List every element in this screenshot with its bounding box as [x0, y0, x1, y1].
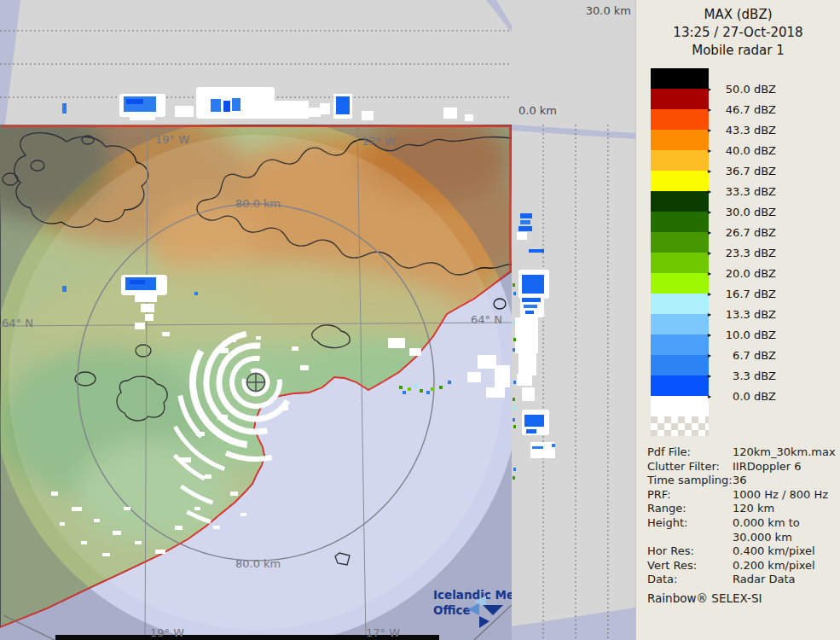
- scale-label-row: ▸ 3.3 dBZ: [708, 365, 776, 386]
- scale-color-block: [651, 191, 709, 212]
- scale-threshold-label: 6.7 dBZ: [716, 349, 776, 362]
- lat-label: 64° N: [471, 313, 502, 326]
- scale-label-row: ▸ 20.0 dBZ: [708, 263, 776, 283]
- scale-color-block: [651, 150, 709, 171]
- scale-threshold-label: 43.3 dBZ: [716, 124, 776, 137]
- metadata-value: 0.000 km to: [733, 516, 837, 531]
- color-scale-column: [651, 68, 709, 436]
- metadata-row: Pdf File: 120km_30km.max: [647, 445, 837, 460]
- scale-label-row: ▸ 23.3 dBZ: [708, 242, 776, 263]
- metadata-value: 120 km: [733, 502, 837, 516]
- scale-label-row: ▸ 43.3 dBZ: [708, 119, 776, 140]
- scale-threshold-label: 40.0 dBZ: [716, 144, 776, 157]
- scale-color-block: [651, 294, 709, 314]
- boundary-arrow-icon: ▸: [708, 249, 716, 257]
- scale-label-row: ▸ 36.7 dBZ: [708, 160, 776, 181]
- metadata-value: 36: [733, 474, 837, 488]
- boundary-arrow-icon: ▸: [708, 229, 716, 236]
- metadata-label: Clutter Filter:: [647, 460, 733, 474]
- boundary-arrow-icon: ▸: [708, 393, 716, 400]
- scale-label-row: ▸ 46.7 dBZ: [708, 99, 776, 119]
- scale-color-block: [651, 68, 709, 89]
- metadata-row: Hor Res: 0.400 km/pixel: [647, 544, 837, 559]
- top-height-profile-strip[interactable]: [0, 0, 512, 125]
- radar-name: Mobile radar 1: [636, 42, 840, 60]
- boundary-arrow-icon: ▸: [708, 331, 716, 339]
- right-profile-canvas: [512, 125, 635, 640]
- scale-color-block: [651, 253, 709, 273]
- metadata-value: 120km_30km.max: [733, 445, 837, 460]
- scale-color-block: [651, 171, 709, 191]
- boundary-arrow-icon: ▸: [708, 85, 716, 93]
- color-scale-labels: ▸ 50.0 dBZ ▸ 46.7 dBZ ▸ 43.3 dBZ ▸: [708, 79, 776, 406]
- color-scale-blocks: [651, 68, 709, 396]
- right-height-profile-strip[interactable]: [512, 125, 635, 640]
- metadata-row: 30.000 km: [647, 531, 837, 545]
- metadata-label: Range:: [647, 502, 733, 516]
- software-brand: Rainbow® SELEX-SI: [647, 591, 762, 605]
- metadata-row: Time sampling: 36: [647, 474, 837, 488]
- legend-sidebar: MAX (dBZ) 13:25 / 27-Oct-2018 Mobile rad…: [635, 0, 840, 640]
- boundary-arrow-icon: ▸: [708, 352, 716, 359]
- scale-threshold-label: 23.3 dBZ: [716, 247, 776, 259]
- metadata-label: Time sampling:: [647, 474, 733, 488]
- scale-label-row: ▸ 33.3 dBZ: [708, 181, 776, 201]
- logo-text-line2: Office: [433, 603, 471, 617]
- metadata-row: Vert Res: 0.200 km/pixel: [647, 559, 837, 573]
- scale-threshold-label: 33.3 dBZ: [716, 185, 776, 198]
- boundary-arrow-icon: ▸: [708, 208, 716, 216]
- product-title: MAX (dBZ): [636, 6, 840, 24]
- scale-threshold-label: 36.7 dBZ: [716, 165, 776, 177]
- metadata-label: PRF:: [647, 488, 733, 503]
- logo-text-line1: Icelandic Met: [433, 588, 512, 602]
- scale-threshold-label: 20.0 dBZ: [716, 267, 776, 280]
- scale-label-row: ▸ 0.0 dBZ: [708, 386, 776, 406]
- boundary-arrow-icon: ▸: [708, 147, 716, 154]
- metadata-label: [647, 531, 733, 545]
- metadata-label: Vert Res:: [647, 559, 733, 573]
- scale-label-row: ▸ 10.0 dBZ: [708, 324, 776, 345]
- scale-label-row: ▸ 13.3 dBZ: [708, 304, 776, 324]
- scale-color-block: [651, 355, 709, 375]
- metadata-value: Radar Data: [733, 573, 837, 587]
- height-axis-min-label: 0.0 km: [518, 104, 557, 117]
- metadata-row: Height: 0.000 km to: [647, 516, 837, 531]
- scale-color-block: [651, 273, 709, 294]
- radar-map-view[interactable]: 19° W 17° W 19° W 17° W 64° N 64° N 80.0…: [0, 125, 512, 640]
- range-ring-label: 80.0 km: [235, 557, 281, 570]
- scale-threshold-label: 13.3 dBZ: [716, 308, 776, 321]
- boundary-arrow-icon: ▸: [708, 126, 716, 134]
- scale-color-block: [651, 212, 709, 232]
- scale-color-block: [651, 375, 709, 396]
- scale-white-block: [651, 396, 709, 416]
- scale-threshold-label: 0.0 dBZ: [716, 390, 776, 403]
- metadata-value: 0.200 km/pixel: [733, 559, 837, 573]
- scale-label-row: ▸ 26.7 dBZ: [708, 222, 776, 242]
- product-metadata: Pdf File: 120km_30km.max Clutter Filter:…: [647, 445, 837, 587]
- metadata-value: 30.000 km: [733, 531, 837, 545]
- metadata-row: Data: Radar Data: [647, 573, 837, 587]
- scale-threshold-label: 30.0 dBZ: [716, 206, 776, 218]
- metadata-label: Hor Res:: [647, 544, 733, 559]
- boundary-arrow-icon: ▸: [708, 311, 716, 318]
- scale-color-block: [651, 89, 709, 109]
- scale-color-block: [651, 335, 709, 355]
- metadata-value: 0.400 km/pixel: [733, 544, 837, 559]
- boundary-arrow-icon: ▸: [708, 290, 716, 298]
- scale-threshold-label: 3.3 dBZ: [716, 369, 776, 382]
- boundary-arrow-icon: ▸: [708, 270, 716, 277]
- scale-label-row: ▸ 50.0 dBZ: [708, 79, 776, 99]
- metadata-label: Pdf File:: [647, 445, 733, 460]
- profile-axis-corner: 30.0 km 0.0 km: [512, 0, 635, 125]
- scale-label-row: ▸ 16.7 dBZ: [708, 283, 776, 304]
- lon-label: 19° W: [150, 626, 184, 639]
- boundary-arrow-icon: ▸: [708, 106, 716, 113]
- scale-threshold-label: 50.0 dBZ: [716, 83, 776, 96]
- scale-color-block: [651, 314, 709, 335]
- product-datetime: 13:25 / 27-Oct-2018: [636, 24, 840, 42]
- scale-label-row: ▸ 6.7 dBZ: [708, 345, 776, 365]
- scale-transparent-block: [651, 416, 709, 436]
- lat-label: 64° N: [2, 317, 33, 329]
- scale-color-block: [651, 109, 709, 130]
- scale-threshold-label: 10.0 dBZ: [716, 329, 776, 341]
